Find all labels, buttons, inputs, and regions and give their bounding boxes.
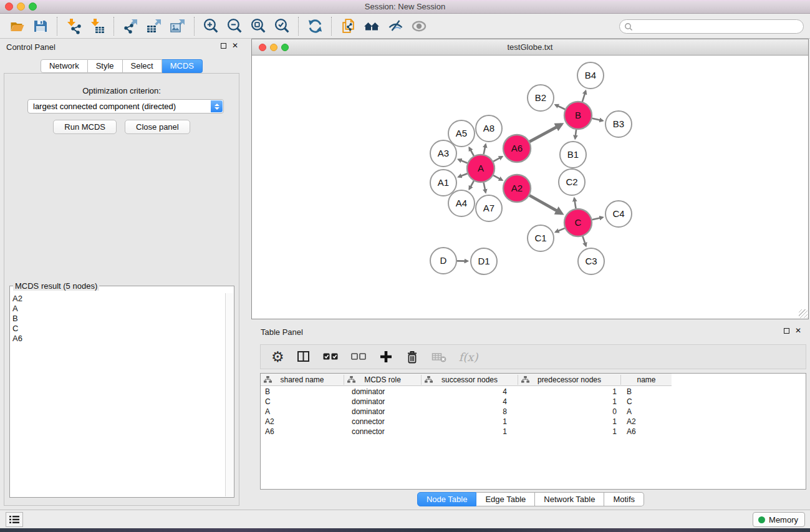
graph-edge-A-A5[interactable] bbox=[470, 148, 474, 156]
graph-edge-C-C1[interactable] bbox=[556, 228, 565, 232]
list-item[interactable]: A6 bbox=[12, 334, 224, 344]
network-canvas[interactable]: B4B2BB3A8A5A6A3B1AA1C2A2A4A7C4CC1C3DD1 bbox=[252, 56, 808, 319]
save-session-button[interactable] bbox=[29, 15, 52, 37]
open-file-button[interactable] bbox=[5, 15, 29, 37]
column-header-name[interactable]: name bbox=[621, 374, 672, 385]
table-row[interactable]: C dominator 4 1 C bbox=[261, 397, 806, 407]
function-builder-button[interactable]: f(x) bbox=[459, 347, 478, 366]
list-item[interactable]: A2 bbox=[12, 294, 224, 304]
criterion-dropdown[interactable]: largest connected component (directed) bbox=[27, 99, 224, 114]
graph-edge-A-A2[interactable] bbox=[493, 175, 502, 180]
zoom-in-icon bbox=[203, 17, 219, 34]
graph-edge-C-C3[interactable] bbox=[582, 236, 586, 246]
export-table-button[interactable] bbox=[142, 15, 166, 37]
column-header-shared-name[interactable]: shared name bbox=[261, 374, 344, 385]
graph-node-label-C3: C3 bbox=[585, 256, 597, 266]
deselect-all-button[interactable] bbox=[351, 347, 367, 366]
export-image-button[interactable] bbox=[166, 15, 190, 37]
resize-grip[interactable] bbox=[799, 309, 808, 318]
zoom-fit-button[interactable] bbox=[246, 15, 270, 37]
graph-edge-B-B3[interactable] bbox=[592, 118, 602, 121]
mcds-result-list[interactable]: A2 A B C A6 bbox=[12, 294, 224, 495]
fx-icon: f(x) bbox=[459, 351, 478, 364]
show-eye-button[interactable] bbox=[407, 15, 431, 37]
graph-edge-A-A1[interactable] bbox=[458, 173, 467, 177]
run-mcds-button[interactable]: Run MCDS bbox=[53, 120, 117, 134]
graph-node-label-B2: B2 bbox=[535, 92, 546, 103]
column-header-mcds-role[interactable]: MCDS role bbox=[344, 374, 421, 385]
network-view-window: testGlobe.txt B4B2BB3A8A5A6A3B1AA1C2A2A4… bbox=[251, 39, 809, 319]
column-header-predecessor-nodes[interactable]: predecessor nodes bbox=[518, 374, 620, 385]
float-panel-icon[interactable] bbox=[784, 328, 789, 334]
table-row[interactable]: B dominator 4 1 B bbox=[261, 387, 806, 397]
tab-style[interactable]: Style bbox=[88, 59, 123, 73]
toolbar-separator bbox=[57, 17, 57, 36]
delete-rows-button[interactable] bbox=[405, 347, 419, 366]
close-panel-icon[interactable]: ✕ bbox=[232, 42, 238, 49]
import-table-button[interactable] bbox=[85, 15, 109, 37]
graph-edge-A-A8[interactable] bbox=[484, 144, 486, 154]
tab-select[interactable]: Select bbox=[123, 59, 162, 73]
graph-edge-A-A7[interactable] bbox=[484, 183, 486, 193]
add-row-button[interactable] bbox=[379, 347, 393, 366]
criterion-selected-value: largest connected component (directed) bbox=[28, 102, 176, 111]
tab-node-table[interactable]: Node Table bbox=[417, 492, 477, 506]
tab-motifs[interactable]: Motifs bbox=[604, 492, 644, 506]
close-panel-button[interactable]: Close panel bbox=[125, 120, 190, 134]
list-item[interactable]: A bbox=[12, 304, 224, 314]
gear-icon: ⚙ bbox=[271, 349, 284, 365]
home-layout-button[interactable] bbox=[360, 15, 383, 37]
table-row[interactable]: A2 connector 1 1 A2 bbox=[261, 417, 806, 427]
double-home-icon bbox=[363, 18, 380, 34]
control-panel: Control Panel ✕ Network Style Select MCD… bbox=[0, 39, 243, 510]
optimization-criterion-label: Optimization criterion: bbox=[4, 86, 239, 95]
tab-edge-table[interactable]: Edge Table bbox=[476, 492, 535, 506]
column-header-successor-nodes[interactable]: successor nodes bbox=[422, 374, 518, 385]
tab-mcds[interactable]: MCDS bbox=[162, 59, 203, 73]
toolbar-separator bbox=[194, 17, 195, 36]
refresh-view-button[interactable] bbox=[303, 15, 327, 37]
graph-edge-C-C4[interactable] bbox=[592, 217, 602, 220]
network-window-title-bar[interactable]: testGlobe.txt bbox=[252, 39, 808, 56]
graph-edge-C-C2[interactable] bbox=[574, 198, 576, 209]
list-item[interactable]: B bbox=[12, 314, 224, 324]
table-row[interactable]: A dominator 8 0 A bbox=[261, 407, 806, 417]
graph-edge-A-A4[interactable] bbox=[470, 181, 474, 189]
zoom-selected-button[interactable] bbox=[270, 15, 294, 37]
graph-edge-A6-B[interactable] bbox=[529, 124, 561, 142]
graph-edge-A-A3[interactable] bbox=[458, 160, 468, 163]
float-panel-icon[interactable] bbox=[221, 43, 226, 49]
result-scrollbar[interactable] bbox=[225, 293, 233, 496]
list-item[interactable]: C bbox=[12, 324, 224, 334]
graph-edge-B-B1[interactable] bbox=[575, 130, 576, 138]
graph-edge-B-B2[interactable] bbox=[556, 105, 566, 109]
column-settings-button[interactable]: ⚙ bbox=[271, 347, 284, 366]
hide-panels-button[interactable] bbox=[383, 15, 407, 37]
search-input[interactable] bbox=[635, 22, 791, 31]
zoom-out-button[interactable] bbox=[223, 15, 246, 37]
zoom-in-button[interactable] bbox=[199, 15, 223, 37]
status-bar: Memory bbox=[0, 510, 810, 528]
graph-edge-B-B4[interactable] bbox=[582, 91, 586, 102]
task-history-button[interactable] bbox=[6, 512, 23, 527]
memory-button[interactable]: Memory bbox=[753, 512, 805, 527]
show-columns-button[interactable] bbox=[297, 347, 311, 366]
graph-edge-A2-C[interactable] bbox=[529, 195, 562, 213]
tab-network-table[interactable]: Network Table bbox=[535, 492, 604, 506]
import-network-button[interactable] bbox=[62, 15, 85, 37]
tab-network[interactable]: Network bbox=[41, 59, 88, 73]
desktop-background bbox=[0, 528, 810, 532]
unchecked-boxes-icon bbox=[351, 352, 367, 361]
delete-table-button[interactable] bbox=[432, 347, 446, 366]
clone-network-button[interactable] bbox=[336, 15, 360, 37]
search-box[interactable] bbox=[619, 19, 804, 34]
clone-network-icon bbox=[340, 17, 357, 34]
export-network-button[interactable] bbox=[118, 15, 142, 37]
dropdown-stepper-icon bbox=[211, 100, 223, 112]
select-all-button[interactable] bbox=[323, 347, 339, 366]
close-panel-icon[interactable]: ✕ bbox=[795, 327, 801, 334]
graph-edge-A-A6[interactable] bbox=[493, 157, 502, 162]
table-row[interactable]: A6 connector 1 1 A6 bbox=[261, 427, 806, 437]
graph-node-label-C: C bbox=[575, 217, 582, 228]
search-icon bbox=[624, 22, 633, 31]
